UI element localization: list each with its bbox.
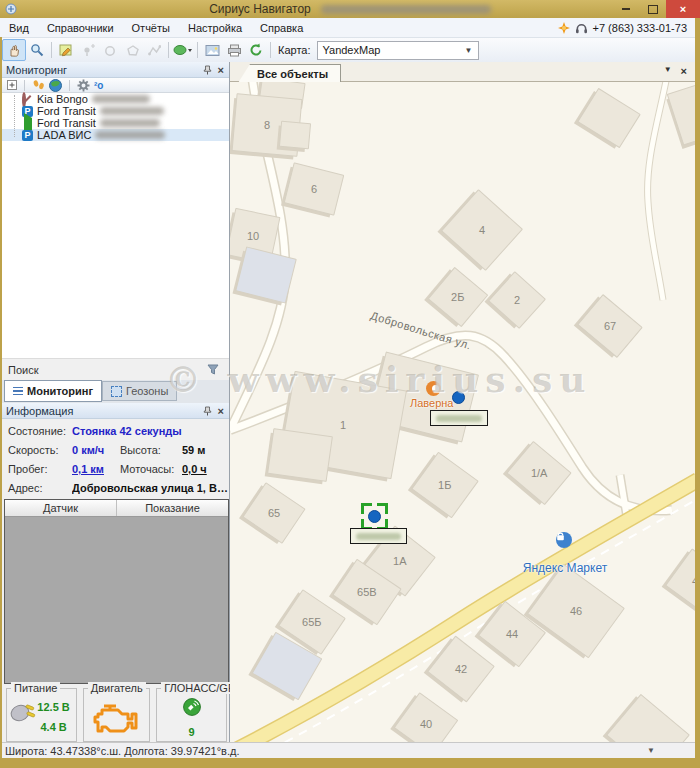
menu-settings[interactable]: Настройка (179, 20, 251, 36)
vehicle-row-ford-transit-2[interactable]: Ford Transit (2, 117, 229, 129)
mileage-value[interactable]: 0,1 км (72, 463, 104, 475)
pin-icon[interactable] (203, 65, 212, 75)
support-phone: +7 (863) 333-01-73 (593, 22, 687, 34)
add-polyline-button[interactable] (143, 40, 165, 60)
engine-hours-value[interactable]: 0,0 ч (182, 463, 207, 475)
close-icon[interactable]: × (681, 65, 687, 77)
add-polygon-button[interactable] (121, 40, 143, 60)
map-tab-bar: Все объекты ▼ × (230, 62, 695, 82)
screenshot-button[interactable] (201, 40, 223, 60)
sensors-table-header: Датчик Показание (5, 500, 228, 517)
sensors-table: Датчик Показание (4, 499, 229, 684)
close-icon: × (680, 3, 686, 15)
alert-icon[interactable] (558, 22, 570, 34)
gear-icon[interactable] (77, 79, 90, 92)
menu-help[interactable]: Справка (251, 20, 312, 36)
zoom-tool-button[interactable] (26, 40, 48, 60)
menu-directories[interactable]: Справочники (38, 20, 123, 36)
vehicle-dot-icon (368, 510, 381, 523)
map-panel: Все объекты ▼ × (230, 62, 695, 742)
plug-icon (8, 699, 38, 729)
toolbar-separator (24, 80, 25, 91)
map-tab-label: Все объекты (257, 68, 328, 80)
search-label: Поиск (8, 364, 38, 376)
add-circle-button[interactable] (99, 40, 121, 60)
hand-tool-button[interactable] (2, 39, 26, 61)
close-button[interactable]: × (666, 0, 700, 18)
menu-view[interactable]: Вид (0, 20, 38, 36)
status-bar: Широта: 43.47338°с.ш. Долгота: 39.97421°… (0, 742, 695, 758)
filter-icon[interactable] (207, 364, 219, 375)
tree-guides (14, 95, 15, 137)
blurred-plate (100, 107, 164, 115)
expand-icon[interactable] (7, 80, 17, 90)
maximize-button[interactable] (639, 0, 666, 18)
chevron-down-icon[interactable]: ▼ (647, 746, 655, 755)
title-bar: Сириус Навигатор × (0, 0, 700, 18)
map-edit-button[interactable] (55, 40, 77, 60)
status-parked-icon: P (22, 130, 33, 141)
menu-reports[interactable]: Отчёты (123, 20, 179, 36)
tab-geozones[interactable]: Геозоны (102, 381, 177, 401)
engine-gauge-title: Двигатель (88, 682, 146, 694)
toolbar-separator (270, 42, 271, 58)
selection-bracket-icon[interactable] (361, 503, 388, 530)
toolbar-separator (69, 80, 70, 91)
vehicle-map-label (430, 410, 488, 426)
search-row: Поиск (2, 358, 229, 380)
pin-icon[interactable] (203, 406, 212, 416)
speed-value: 0 км/ч (72, 444, 104, 456)
vehicle-row-lada-vis[interactable]: P LADA ВИС (2, 129, 229, 141)
engine-icon (92, 701, 140, 735)
blurred-plate (92, 95, 150, 103)
add-circle-icon (104, 44, 117, 57)
map-select-combobox[interactable]: YandexMap ▼ (317, 41, 479, 60)
window-title: Сириус Навигатор (209, 2, 311, 16)
footprints-icon[interactable] (32, 79, 45, 91)
minimize-icon (622, 8, 630, 10)
panel-tabs: Мониторинг Геозоны (2, 380, 229, 403)
vehicle-name: Ford Transit (37, 117, 96, 129)
gauge-panels: Питание 12.5 В 4.4 В Двигатель ГЛОНАСС/G… (2, 684, 229, 742)
minimize-button[interactable] (612, 0, 639, 18)
print-icon (227, 44, 242, 57)
window-frame-bottom (0, 758, 700, 768)
map-canvas[interactable]: 861042Б26711Б1/А651А65В65Б4244464048 Доб… (230, 82, 695, 742)
vehicle-name: Ford Transit (37, 105, 96, 117)
headset-icon (575, 22, 588, 34)
column-sensor[interactable]: Датчик (5, 500, 116, 516)
counter-icon[interactable]: ²o (94, 80, 103, 91)
app-icon (5, 3, 17, 15)
vehicle-row-kia-bongo[interactable]: Kia Bongo (2, 93, 229, 105)
close-icon[interactable]: × (218, 64, 224, 76)
status-offline-icon (22, 94, 33, 105)
gps-gauge: ГЛОНАСС/GPS 9 (156, 688, 227, 742)
globe-icon[interactable] (49, 79, 62, 92)
application-window: Сириус Навигатор × Вид Справочники Отчёт… (0, 0, 700, 768)
add-point-icon (82, 44, 95, 57)
status-moving-icon (22, 118, 33, 129)
chevron-down-icon[interactable]: ▼ (664, 65, 672, 77)
blurred-plate (95, 131, 165, 139)
refresh-button[interactable] (245, 40, 267, 60)
tab-label: Геозоны (126, 385, 168, 397)
color-style-button[interactable] (172, 40, 194, 60)
address-label: Адрес: (8, 482, 43, 494)
print-button[interactable] (223, 40, 245, 60)
vehicle-dot-icon[interactable] (452, 391, 465, 404)
column-reading[interactable]: Показание (116, 500, 228, 516)
chevron-down-icon: ▼ (465, 46, 473, 55)
map-edit-icon (59, 43, 73, 57)
window-frame-left (0, 37, 2, 768)
blurred-plate (100, 119, 160, 127)
speed-label: Скорость: (8, 444, 59, 456)
map-tab-all-objects[interactable]: Все объекты (238, 64, 341, 83)
close-icon[interactable]: × (218, 405, 224, 417)
map-select-label: Карта: (278, 44, 311, 56)
window-frame-right (695, 18, 700, 768)
tab-monitoring[interactable]: Мониторинг (4, 380, 102, 402)
add-point-button[interactable] (77, 40, 99, 60)
satellite-icon (183, 698, 201, 716)
coordinates-text: Широта: 43.47338°с.ш. Долгота: 39.97421°… (5, 745, 239, 757)
vehicle-row-ford-transit-1[interactable]: P Ford Transit (2, 105, 229, 117)
